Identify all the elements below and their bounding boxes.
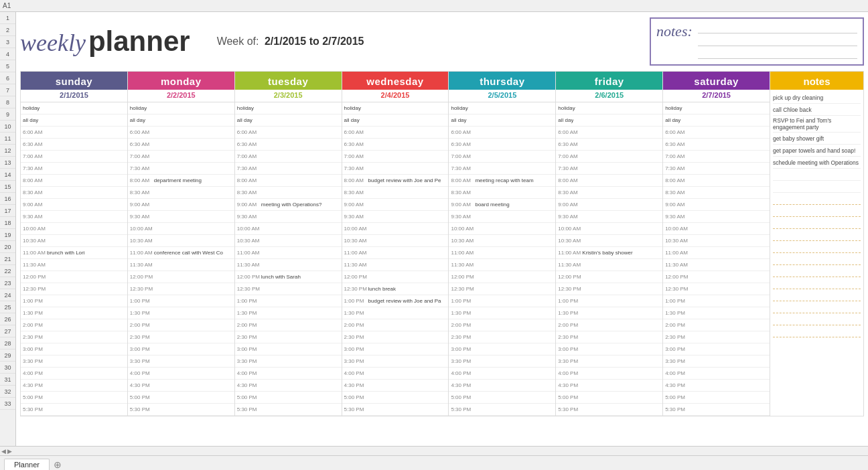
sunday-730[interactable]: 7:30 AM	[21, 163, 127, 175]
wednesday-100[interactable]: 1:00 PMbudget review with Joe and Pa	[342, 295, 449, 307]
thursday-1030[interactable]: 10:30 AM	[449, 235, 555, 247]
friday-1100[interactable]: 11:00 AMKristin's baby shower	[556, 247, 662, 259]
notes-item-17[interactable]	[773, 289, 861, 301]
friday-330[interactable]: 3:30 PM	[556, 356, 662, 368]
sunday-430[interactable]: 4:30 PM	[21, 380, 127, 392]
notes-item-12[interactable]	[773, 229, 861, 241]
thursday-holiday[interactable]: holiday	[449, 102, 555, 114]
thursday-130[interactable]: 1:30 PM	[449, 307, 555, 319]
tuesday-630[interactable]: 6:30 AM	[235, 139, 342, 151]
wednesday-1000[interactable]: 10:00 AM	[342, 223, 449, 235]
tuesday-730[interactable]: 7:30 AM	[235, 163, 342, 175]
sunday-400[interactable]: 4:00 PM	[21, 368, 127, 380]
friday-630[interactable]: 6:30 AM	[556, 139, 662, 151]
monday-530[interactable]: 5:30 PM	[128, 404, 234, 416]
friday-1130[interactable]: 11:30 AM	[556, 259, 662, 271]
friday-530[interactable]: 5:30 PM	[556, 404, 662, 416]
friday-600[interactable]: 6:00 AM	[556, 127, 662, 139]
friday-holiday[interactable]: holiday	[556, 102, 662, 114]
tuesday-600[interactable]: 6:00 AM	[235, 127, 342, 139]
monday-730[interactable]: 7:30 AM	[128, 163, 234, 175]
notes-item-16[interactable]	[773, 277, 861, 289]
notes-item-2[interactable]: call Chloe back	[773, 104, 861, 116]
thursday-900[interactable]: 9:00 AMboard meeting	[449, 199, 555, 211]
saturday-330[interactable]: 3:30 PM	[663, 356, 770, 368]
tuesday-1000[interactable]: 10:00 AM	[235, 223, 342, 235]
friday-500[interactable]: 5:00 PM	[556, 392, 662, 404]
monday-1100[interactable]: 11:00 AMconference call with West Co	[128, 247, 234, 259]
tuesday-800[interactable]: 8:00 AM	[235, 175, 342, 187]
wednesday-130[interactable]: 1:30 PM	[342, 307, 449, 319]
saturday-1100[interactable]: 11:00 AM	[663, 247, 770, 259]
notes-item-3[interactable]: RSVP to Fei and Tom's engagement party	[773, 116, 861, 133]
saturday-1230[interactable]: 12:30 PM	[663, 283, 770, 295]
sunday-1230[interactable]: 12:30 PM	[21, 283, 127, 295]
saturday-300[interactable]: 3:00 PM	[663, 343, 770, 356]
wednesday-1230[interactable]: 12:30 PMlunch break	[342, 283, 449, 295]
saturday-430[interactable]: 4:30 PM	[663, 380, 770, 392]
notes-item-14[interactable]	[773, 253, 861, 265]
wednesday-1100[interactable]: 11:00 AM	[342, 247, 449, 259]
thursday-500[interactable]: 5:00 PM	[449, 392, 555, 404]
sunday-130[interactable]: 1:30 PM	[21, 307, 127, 319]
wednesday-900[interactable]: 9:00 AM	[342, 199, 449, 211]
saturday-730[interactable]: 7:30 AM	[663, 163, 770, 175]
tuesday-date[interactable]: 2/3/2015	[235, 90, 342, 102]
monday-1230[interactable]: 12:30 PM	[128, 283, 234, 295]
saturday-130[interactable]: 1:30 PM	[663, 307, 770, 319]
sunday-330[interactable]: 3:30 PM	[21, 356, 127, 368]
wednesday-1200[interactable]: 12:00 PM	[342, 271, 449, 283]
notes-item-6[interactable]: schedule meeting with Operations	[773, 157, 861, 169]
thursday-1230[interactable]: 12:30 PM	[449, 283, 555, 295]
friday-1200[interactable]: 12:00 PM	[556, 271, 662, 283]
monday-500[interactable]: 5:00 PM	[128, 392, 234, 404]
sunday-900[interactable]: 9:00 AM	[21, 199, 127, 211]
scrollbar-area[interactable]: ◀ ▶	[0, 446, 868, 455]
sunday-date[interactable]: 2/1/2015	[21, 90, 127, 102]
saturday-800[interactable]: 8:00 AM	[663, 175, 770, 187]
wednesday-1130[interactable]: 11:30 AM	[342, 259, 449, 271]
tuesday-930[interactable]: 9:30 AM	[235, 211, 342, 223]
monday-1030[interactable]: 10:30 AM	[128, 235, 234, 247]
wednesday-date[interactable]: 2/4/2015	[342, 90, 449, 102]
sunday-230[interactable]: 2:30 PM	[21, 331, 127, 343]
thursday-630[interactable]: 6:30 AM	[449, 139, 555, 151]
add-tab-button[interactable]: ⊕	[50, 459, 66, 470]
thursday-800[interactable]: 8:00 AMmeeting recap with team	[449, 175, 555, 187]
thursday-1200[interactable]: 12:00 PM	[449, 271, 555, 283]
thursday-330[interactable]: 3:30 PM	[449, 356, 555, 368]
wednesday-200[interactable]: 2:00 PM	[342, 319, 449, 331]
saturday-200[interactable]: 2:00 PM	[663, 319, 770, 331]
monday-200[interactable]: 2:00 PM	[128, 319, 234, 331]
friday-1030[interactable]: 10:30 AM	[556, 235, 662, 247]
thursday-230[interactable]: 2:30 PM	[449, 331, 555, 343]
notes-item-20[interactable]	[773, 325, 861, 337]
scroll-right-icon[interactable]: ▶	[7, 448, 12, 455]
wednesday-400[interactable]: 4:00 PM	[342, 368, 449, 380]
thursday-430[interactable]: 4:30 PM	[449, 380, 555, 392]
wednesday-300[interactable]: 3:00 PM	[342, 343, 449, 356]
thursday-1000[interactable]: 10:00 AM	[449, 223, 555, 235]
wednesday-630[interactable]: 6:30 AM	[342, 139, 449, 151]
notes-item-1[interactable]: pick up dry cleaning	[773, 92, 861, 104]
sunday-700[interactable]: 7:00 AM	[21, 151, 127, 163]
thursday-930[interactable]: 9:30 AM	[449, 211, 555, 223]
monday-900[interactable]: 9:00 AM	[128, 199, 234, 211]
tuesday-1100[interactable]: 11:00 AM	[235, 247, 342, 259]
wednesday-700[interactable]: 7:00 AM	[342, 151, 449, 163]
saturday-holiday[interactable]: holiday	[663, 102, 770, 114]
tuesday-830[interactable]: 8:30 AM	[235, 187, 342, 199]
monday-holiday[interactable]: holiday	[128, 102, 234, 114]
notes-item-4[interactable]: get baby shower gift	[773, 133, 861, 145]
tuesday-130[interactable]: 1:30 PM	[235, 307, 342, 319]
friday-100[interactable]: 1:00 PM	[556, 295, 662, 307]
friday-430[interactable]: 4:30 PM	[556, 380, 662, 392]
wednesday-500[interactable]: 5:00 PM	[342, 392, 449, 404]
monday-300[interactable]: 3:00 PM	[128, 343, 234, 356]
friday-400[interactable]: 4:00 PM	[556, 368, 662, 380]
notes-item-13[interactable]	[773, 241, 861, 253]
scroll-left-icon[interactable]: ◀	[1, 448, 6, 455]
friday-230[interactable]: 2:30 PM	[556, 331, 662, 343]
notes-item-18[interactable]	[773, 301, 861, 313]
saturday-230[interactable]: 2:30 PM	[663, 331, 770, 343]
